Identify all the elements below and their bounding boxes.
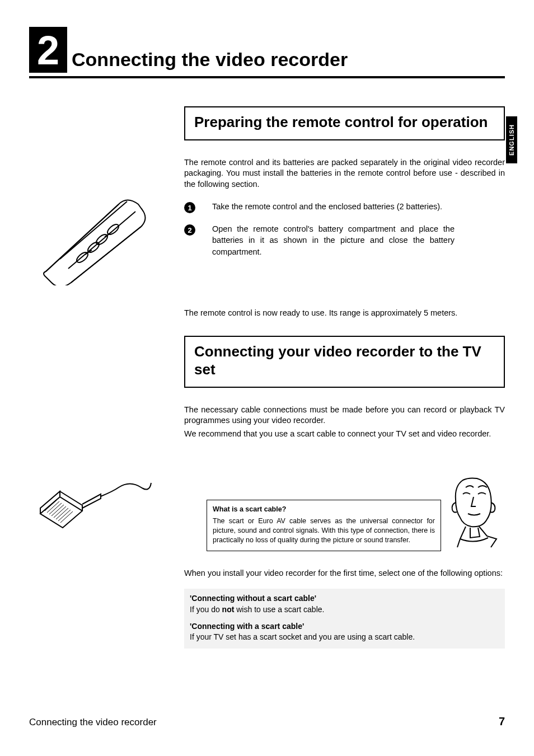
footer-label: Connecting the video recorder [29, 717, 157, 728]
section2-intro2: We recommend that you use a scart cable … [184, 429, 505, 440]
section-heading-box: Connecting your video recorder to the TV… [184, 336, 505, 388]
option2-title: 'Connecting with a scart cable' [190, 621, 499, 632]
section1-intro: The remote control and its batteries are… [184, 157, 505, 190]
right-column-2: What is a scart cable? The scart or Euro… [184, 449, 505, 648]
option-list: 'Connecting without a scart cable' If yo… [184, 589, 505, 648]
page-number: 7 [499, 715, 505, 728]
left-column-2 [29, 449, 172, 648]
options-intro: When you install your video recorder for… [184, 568, 505, 579]
option1-body-pre: If you do [190, 605, 222, 614]
step-bullet-2: 2 [184, 224, 195, 236]
step2-text: Open the remote control's battery compar… [212, 223, 505, 257]
callout-title: What is a scart cable? [213, 505, 435, 514]
left-column [29, 106, 172, 449]
remote-control-illustration [29, 173, 152, 285]
section-heading-box: Preparing the remote control for operati… [184, 106, 505, 140]
scart-cable-illustration [29, 466, 152, 533]
chapter-number-box: 2 [29, 27, 67, 73]
step-bullet-1: 1 [184, 202, 195, 213]
option1-body-bold: not [222, 605, 235, 614]
right-column: Preparing the remote control for operati… [184, 106, 505, 449]
callout-box: What is a scart cable? The scart or Euro… [207, 500, 441, 551]
section1-outro: The remote control is now ready to use. … [184, 308, 505, 319]
callout-body: The scart or Euro AV cable serves as the… [213, 516, 435, 545]
option2-body-pre: If your TV set has a scart socket and yo… [190, 632, 415, 641]
option2-body: If your TV set has a scart socket and yo… [190, 632, 499, 643]
option1-body: If you do not wish to use a scart cable. [190, 604, 499, 616]
option1-title: 'Connecting without a scart cable' [190, 593, 499, 604]
option-item: 'Connecting without a scart cable' If yo… [190, 593, 499, 615]
chapter-header: 2 Connecting the video recorder [29, 27, 505, 78]
section1-heading: Preparing the remote control for operati… [194, 113, 495, 132]
section2-heading: Connecting your video recorder to the TV… [194, 342, 495, 379]
section2-intro1: The necessary cable connections must be … [184, 405, 505, 426]
option1-body-post: wish to use a scart cable. [234, 605, 324, 614]
option-item: 'Connecting with a scart cable' If your … [190, 621, 499, 643]
page-footer: Connecting the video recorder 7 [29, 715, 505, 728]
step1-text: Take the remote control and the enclosed… [212, 201, 505, 212]
questioning-face-icon [443, 472, 505, 550]
callout-wrap: What is a scart cable? The scart or Euro… [207, 500, 505, 551]
step-row: 2 Open the remote control's battery comp… [184, 223, 505, 257]
language-tab: ENGLISH [506, 116, 517, 163]
chapter-title: Connecting the video recorder [72, 49, 348, 73]
step-row: 1 Take the remote control and the enclos… [184, 201, 505, 213]
